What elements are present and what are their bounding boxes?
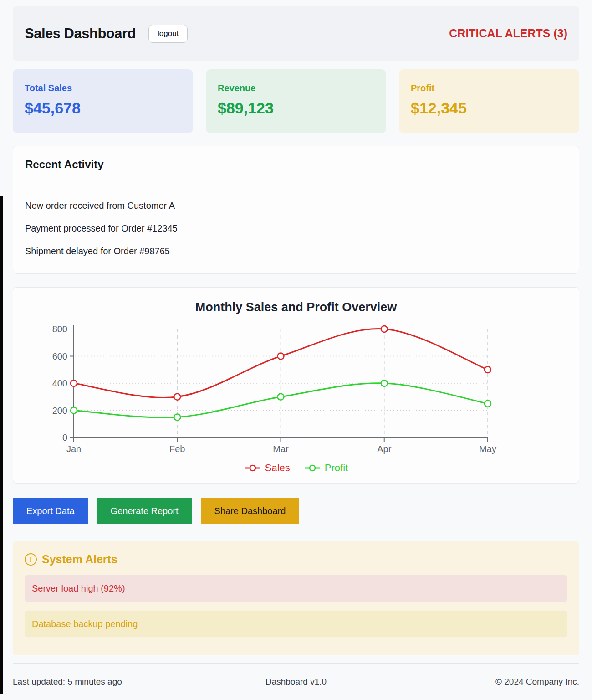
- copyright-text: © 2024 Company Inc.: [390, 677, 579, 687]
- logout-button[interactable]: logout: [148, 25, 188, 43]
- profit-data-point: [278, 394, 284, 400]
- stat-value: $12,345: [411, 99, 567, 117]
- x-tick-label: Feb: [169, 444, 185, 454]
- list-item: New order received from Customer A: [25, 194, 567, 217]
- profit-data-point: [174, 414, 180, 420]
- recent-activity-title: Recent Activity: [25, 158, 567, 171]
- legend-item-profit: Profit: [304, 462, 348, 474]
- profit-data-point: [485, 401, 491, 407]
- x-tick-label: Mar: [273, 444, 289, 454]
- stat-value: $45,678: [25, 99, 181, 117]
- legend-marker-icon: [304, 464, 321, 472]
- legend-marker-icon: [244, 464, 261, 472]
- sales-data-point: [485, 366, 491, 373]
- stat-value: $89,123: [218, 99, 374, 117]
- version-text: Dashboard v1.0: [202, 677, 391, 687]
- action-buttons-row: Export Data Generate Report Share Dashbo…: [13, 498, 579, 524]
- sales-data-point: [278, 353, 284, 360]
- sales-data-point: [174, 394, 180, 400]
- y-tick-label: 800: [52, 324, 67, 334]
- dashboard-page: Sales Dashboard logout CRITICAL ALERTS (…: [0, 6, 592, 700]
- legend-item-sales: Sales: [244, 462, 290, 474]
- x-tick-label: May: [479, 444, 496, 454]
- y-tick-label: 600: [52, 351, 67, 361]
- stats-row: Total Sales $45,678 Revenue $89,123 Prof…: [13, 69, 579, 133]
- system-alerts-title: System Alerts: [42, 553, 117, 566]
- recent-activity-header: Recent Activity: [13, 146, 579, 183]
- chart-title: Monthly Sales and Profit Overview: [13, 300, 579, 314]
- stat-card-profit: Profit $12,345: [399, 69, 579, 133]
- recent-activity-list: New order received from Customer A Payme…: [13, 183, 579, 273]
- recent-activity-card: Recent Activity New order received from …: [13, 146, 579, 274]
- chart-card: Monthly Sales and Profit Overview 020040…: [13, 287, 579, 484]
- critical-alerts-text: CRITICAL ALERTS (3): [449, 27, 567, 40]
- y-tick-label: 200: [52, 406, 67, 416]
- system-alerts-header: ! System Alerts: [25, 553, 567, 566]
- share-dashboard-button[interactable]: Share Dashboard: [201, 498, 300, 524]
- chart-legend: SalesProfit: [13, 462, 579, 474]
- generate-report-button[interactable]: Generate Report: [97, 498, 192, 524]
- stat-label: Total Sales: [25, 83, 181, 93]
- footer: Last updated: 5 minutes ago Dashboard v1…: [13, 663, 579, 700]
- system-alerts-panel: ! System Alerts Server load high (92%) D…: [13, 541, 579, 655]
- sales-data-point: [381, 326, 388, 332]
- header: Sales Dashboard logout CRITICAL ALERTS (…: [13, 6, 579, 61]
- sales-data-point: [71, 380, 77, 386]
- y-tick-label: 400: [52, 378, 67, 388]
- profit-data-point: [381, 380, 388, 386]
- page-title: Sales Dashboard: [25, 26, 136, 42]
- alert-database-backup: Database backup pending: [25, 611, 567, 637]
- list-item: Shipment delayed for Order #98765: [25, 240, 567, 262]
- sales-profit-line-chart: 0200400600800JanFebMarAprMay: [13, 319, 579, 456]
- stat-label: Profit: [411, 83, 567, 93]
- warning-circle-icon: !: [25, 553, 37, 566]
- stat-card-total-sales: Total Sales $45,678: [13, 69, 193, 133]
- export-data-button[interactable]: Export Data: [13, 498, 88, 524]
- list-item: Payment processed for Order #12345: [25, 217, 567, 240]
- x-tick-label: Jan: [66, 444, 81, 454]
- legend-label: Profit: [325, 462, 348, 474]
- x-tick-label: Apr: [377, 444, 391, 454]
- stat-card-revenue: Revenue $89,123: [206, 69, 386, 133]
- last-updated-text: Last updated: 5 minutes ago: [13, 677, 202, 687]
- y-tick-label: 0: [62, 432, 67, 443]
- left-edge-artifact: [0, 196, 3, 694]
- legend-label: Sales: [265, 462, 290, 474]
- stat-label: Revenue: [218, 83, 374, 93]
- profit-data-point: [71, 407, 77, 414]
- alert-server-load: Server load high (92%): [25, 575, 567, 602]
